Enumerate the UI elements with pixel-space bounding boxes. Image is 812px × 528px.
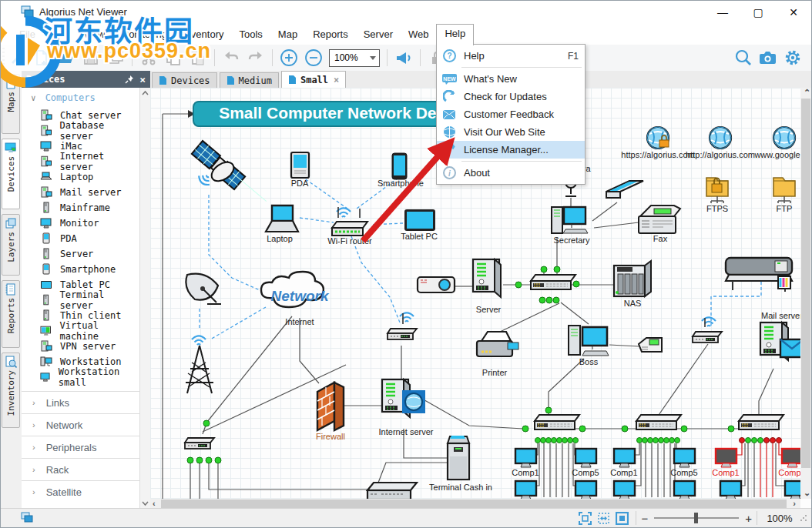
tablet-pc-node[interactable] xyxy=(404,209,435,231)
menu-monitoring[interactable]: Monitoring xyxy=(112,25,175,43)
comp-node[interactable] xyxy=(720,481,741,499)
ftp-node[interactable] xyxy=(773,178,795,203)
vertical-scrollbar[interactable]: ⌃ ⌄ xyxy=(800,88,811,499)
wireless-ap-node[interactable] xyxy=(693,318,722,343)
tree-group-rack[interactable]: ›Rack xyxy=(22,458,140,480)
switch3-node[interactable] xyxy=(739,415,783,429)
close-panel-icon[interactable]: × xyxy=(139,74,146,85)
menu-help[interactable]: Help xyxy=(436,24,474,45)
laptop-node[interactable] xyxy=(266,206,298,232)
tree-item-workstation-small[interactable]: Workstation small xyxy=(22,369,140,385)
maximize-button[interactable]: ▢ xyxy=(740,1,776,24)
comp-node[interactable] xyxy=(614,481,635,499)
plotter-node[interactable] xyxy=(726,258,792,292)
copy-icon[interactable] xyxy=(163,47,184,69)
menu-file[interactable]: File xyxy=(12,25,43,43)
side-tab-layers[interactable]: Layers xyxy=(2,214,20,276)
nas-node[interactable] xyxy=(614,261,651,296)
boss-node[interactable] xyxy=(569,326,609,356)
smartphone-node[interactable] xyxy=(392,153,407,179)
cut-icon[interactable] xyxy=(138,47,159,69)
website-google-node[interactable] xyxy=(773,127,795,149)
zoom-in-icon[interactable] xyxy=(278,47,300,69)
scroll-down-icon[interactable] xyxy=(142,500,149,506)
settings-gear-icon[interactable] xyxy=(782,47,804,69)
menu-map[interactable]: Map xyxy=(270,25,305,43)
secretary-node[interactable] xyxy=(552,207,588,233)
help-menu-item-help[interactable]: ? Help F1 xyxy=(437,47,585,65)
tree-item-internet-server[interactable]: Internet server xyxy=(22,154,140,169)
save-icon[interactable] xyxy=(80,47,102,69)
tree-item-database-server[interactable]: Database server xyxy=(22,123,140,139)
tree-group-computers[interactable]: ∨Computers xyxy=(22,88,140,108)
toolbar-grip[interactable] xyxy=(2,48,5,68)
switch1-node[interactable] xyxy=(535,415,579,429)
fit-screen-icon[interactable] xyxy=(612,510,631,526)
pin-icon[interactable] xyxy=(124,74,135,85)
tab-devices[interactable]: Devices xyxy=(152,72,217,88)
menu-reports[interactable]: Reports xyxy=(305,25,356,43)
v-scroll-thumb[interactable] xyxy=(801,99,810,468)
scroll-down-icon[interactable]: ⌄ xyxy=(804,488,810,498)
fax-node[interactable] xyxy=(639,206,680,233)
comp5c-node[interactable] xyxy=(782,449,800,467)
mail-server-node[interactable] xyxy=(760,322,800,360)
wireless-router2-node[interactable] xyxy=(388,313,417,340)
tree-item-mail-server[interactable]: Mail server xyxy=(22,185,140,200)
main-switch-node[interactable] xyxy=(531,275,575,289)
menu-server[interactable]: Server xyxy=(356,25,401,43)
ftps-node[interactable] xyxy=(706,178,728,203)
save-all-icon[interactable] xyxy=(105,47,126,69)
phone-node[interactable] xyxy=(639,338,662,352)
side-tab-maps[interactable]: Maps xyxy=(2,74,20,134)
camera-capture-icon[interactable] xyxy=(757,47,779,69)
menu-view[interactable]: View xyxy=(75,25,112,43)
comp-node[interactable] xyxy=(785,481,800,499)
tree-group-network[interactable]: ›Network xyxy=(22,413,140,436)
comp1c-node[interactable] xyxy=(716,449,737,467)
satellite-dish-node[interactable] xyxy=(186,274,221,304)
firewall-node[interactable] xyxy=(317,383,344,430)
scroll-right-icon[interactable]: › xyxy=(793,499,796,508)
comp5a-node[interactable] xyxy=(575,449,596,467)
scanner-node[interactable] xyxy=(606,181,643,198)
scroll-left-icon[interactable]: ‹ xyxy=(153,499,156,508)
fit-width-icon[interactable] xyxy=(594,510,612,526)
server-node[interactable] xyxy=(473,259,501,297)
help-menu-item-feedback[interactable]: Customer Feedback xyxy=(437,105,585,123)
menu-tools[interactable]: Tools xyxy=(232,25,270,43)
close-tab-icon[interactable]: × xyxy=(334,75,339,85)
menu-web[interactable]: Web xyxy=(401,25,437,43)
close-button[interactable]: ✕ xyxy=(776,1,811,24)
zoom-slider-track[interactable] xyxy=(654,517,739,519)
zoom-out-icon[interactable] xyxy=(303,47,324,69)
comp1b-node[interactable] xyxy=(614,449,635,467)
tree-group-peripherals[interactable]: ›Peripherals xyxy=(22,436,140,458)
side-tab-devices[interactable]: Devices xyxy=(2,139,20,209)
tree-item-terminal-server[interactable]: Terminal server xyxy=(22,292,140,308)
resize-grip[interactable] xyxy=(799,513,808,523)
internet-cloud-node[interactable]: Network xyxy=(261,272,330,307)
left-switch-node[interactable] xyxy=(185,438,214,449)
comp5b-node[interactable] xyxy=(674,449,695,467)
tree-item-monitor[interactable]: Monitor xyxy=(22,216,140,231)
zoom-combobox[interactable]: 100% xyxy=(329,49,380,67)
fit-selection-icon[interactable] xyxy=(575,510,594,526)
redo-icon[interactable] xyxy=(245,47,267,69)
website-http-node[interactable] xyxy=(710,127,731,149)
comp-node[interactable] xyxy=(515,481,536,499)
help-menu-item-check-updates[interactable]: Check for Updates xyxy=(437,88,585,105)
terminal-cash-node[interactable] xyxy=(448,436,469,480)
zoom-plus-icon[interactable]: + xyxy=(745,512,752,525)
tree-item-server[interactable]: Server xyxy=(22,246,140,262)
comp-node[interactable] xyxy=(674,481,695,499)
comp-node[interactable] xyxy=(575,481,596,499)
tree-item-smartphone[interactable]: Smartphone xyxy=(22,262,140,277)
projector-node[interactable] xyxy=(418,277,455,292)
zoom-minus-icon[interactable]: − xyxy=(641,512,648,525)
paste-icon[interactable] xyxy=(187,47,209,69)
website-https-node[interactable] xyxy=(647,127,669,149)
comp1a-node[interactable] xyxy=(515,449,536,467)
open-icon[interactable] xyxy=(55,47,77,69)
h-scroll-thumb[interactable] xyxy=(161,500,787,508)
